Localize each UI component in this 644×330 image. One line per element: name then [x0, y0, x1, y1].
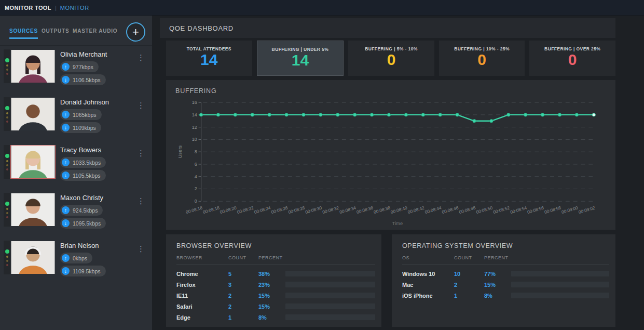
svg-text:00:08:36: 00:08:36: [356, 205, 374, 215]
avatar: [10, 49, 56, 83]
os-overview-title: OPERATING SYSTEM OVERVIEW: [402, 242, 611, 249]
upload-bitrate-badge: ↑1033.5kbps: [60, 157, 106, 168]
percent-bar: [511, 282, 609, 287]
svg-text:00:08:30: 00:08:30: [305, 205, 323, 215]
table-header: BROWSERCOUNTPERCENT: [176, 255, 375, 265]
table-row: iOS iPhone18%: [402, 290, 609, 301]
chart-title: BUFFERING: [175, 87, 610, 95]
kebab-menu-icon[interactable]: ⋮: [137, 245, 145, 254]
percent-bar: [285, 282, 375, 287]
stat-card-total-attendees[interactable]: TOTAL ATTENDEES 14: [166, 41, 252, 76]
top-bar: MONITOR TOOL | MONITOR: [0, 0, 644, 16]
sources-list: Olivia Merchant ↑977kbps ↓1106.5kbps ⋮ D…: [0, 46, 152, 279]
table-row: Firefox323%: [176, 279, 375, 290]
download-bitrate-badge: ↓1105.5kbps: [60, 170, 106, 181]
svg-text:00:08:44: 00:08:44: [424, 205, 442, 215]
app-title: MONITOR TOOL: [5, 5, 51, 11]
buffering-line-chart: 024681012141600:08:1600:08:1800:08:2000:…: [175, 96, 610, 230]
browser-overview-panel: BROWSER OVERVIEW BROWSERCOUNTPERCENT Chr…: [166, 234, 381, 327]
svg-text:00:08:40: 00:08:40: [390, 205, 408, 215]
stat-card-buffering-5-10[interactable]: BUFFERING | 5% - 10% 0: [348, 41, 434, 76]
percent-bar: [285, 314, 375, 320]
avatar: [10, 145, 56, 179]
svg-text:00:08:48: 00:08:48: [458, 205, 476, 215]
svg-text:00:08:38: 00:08:38: [373, 205, 391, 215]
svg-text:6: 6: [195, 162, 197, 167]
stat-value: 0: [477, 52, 486, 68]
title-separator: |: [55, 5, 57, 11]
svg-text:00:08:18: 00:08:18: [202, 205, 221, 215]
avatar: [10, 193, 56, 227]
stat-cards-row: TOTAL ATTENDEES 14 BUFFERING | UNDER 5% …: [166, 41, 615, 76]
download-bitrate-badge: ↓1109kbps: [60, 122, 101, 133]
sidebar-tabs: SOURCES OUTPUTS MASTER AUDIO +: [0, 16, 152, 46]
stat-value: 0: [568, 52, 577, 68]
browser-overview-title: BROWSER OVERVIEW: [176, 242, 377, 249]
svg-text:2: 2: [195, 186, 197, 191]
list-item-source[interactable]: Maxon Christy ↑924.5kbps ↓1095.5kbps ⋮: [4, 193, 152, 231]
audio-level-meter: [4, 97, 10, 131]
svg-text:00:08:22: 00:08:22: [237, 205, 255, 215]
upload-icon: ↑: [62, 63, 70, 71]
audio-level-meter: [4, 49, 10, 83]
table-row: IE11215%: [176, 290, 375, 301]
stat-card-buffering-over-25[interactable]: BUFFERING | OVER 25% 0: [529, 41, 615, 76]
main-content: QOE DASHBOARD TOTAL ATTENDEES 14 BUFFERI…: [152, 16, 644, 330]
download-icon: ↓: [62, 171, 70, 179]
tab-outputs[interactable]: OUTPUTS: [42, 28, 69, 34]
svg-text:00:09:00: 00:09:00: [561, 205, 579, 215]
audio-level-meter: [4, 145, 10, 179]
svg-text:Users: Users: [177, 146, 183, 159]
upload-icon: ↑: [62, 111, 70, 118]
tab-sources[interactable]: SOURCES: [9, 28, 38, 39]
download-bitrate-badge: ↓1095.5kbps: [60, 218, 106, 229]
svg-text:00:08:54: 00:08:54: [510, 205, 528, 215]
stat-value: 14: [292, 52, 309, 68]
stat-value: 0: [387, 52, 396, 68]
upload-bitrate-badge: ↑977kbps: [60, 61, 99, 72]
upload-icon: ↑: [62, 206, 70, 214]
percent-bar: [511, 271, 609, 276]
svg-text:10: 10: [192, 137, 197, 142]
list-item-source[interactable]: Tracy Bowers ↑1033.5kbps ↓1105.5kbps ⋮: [4, 145, 152, 183]
source-name: Olivia Merchant: [60, 50, 107, 58]
download-icon: ↓: [62, 219, 70, 227]
stat-card-buffering-10-25[interactable]: BUFFERING | 10% - 25% 0: [439, 41, 525, 76]
source-name: Donald Johnson: [60, 98, 109, 106]
page-title: QOE DASHBOARD: [169, 24, 234, 32]
page-header: QOE DASHBOARD: [160, 18, 615, 38]
download-icon: ↓: [62, 267, 70, 275]
stat-value: 14: [200, 52, 217, 68]
svg-text:00:08:24: 00:08:24: [253, 205, 271, 215]
svg-text:00:08:42: 00:08:42: [407, 205, 426, 215]
svg-text:16: 16: [192, 100, 197, 105]
table-header: OSCOUNTPERCENT: [402, 255, 609, 265]
kebab-menu-icon[interactable]: ⋮: [137, 54, 145, 62]
kebab-menu-icon[interactable]: ⋮: [137, 149, 145, 158]
table-row: Safari215%: [176, 301, 375, 312]
list-item-source[interactable]: Brian Nelson ↑0kbps ↓1109.5kbps ⋮: [4, 241, 152, 279]
table-row: Chrome538%: [176, 268, 375, 279]
download-bitrate-badge: ↓1109.5kbps: [60, 266, 106, 276]
svg-text:00:08:20: 00:08:20: [220, 205, 238, 215]
tab-master-audio[interactable]: MASTER AUDIO: [73, 28, 117, 34]
kebab-menu-icon[interactable]: ⋮: [137, 101, 145, 110]
download-icon: ↓: [62, 76, 70, 84]
table-row: Windows 101077%: [402, 268, 609, 279]
upload-icon: ↑: [62, 159, 70, 166]
list-item-source[interactable]: Donald Johnson ↑1065kbps ↓1109kbps ⋮: [4, 97, 152, 135]
svg-text:4: 4: [195, 174, 197, 179]
stat-card-buffering-under-5[interactable]: BUFFERING | UNDER 5% 14: [257, 41, 344, 76]
audio-level-meter: [4, 193, 10, 227]
table-row: Edge18%: [176, 312, 375, 323]
table-row: Mac215%: [402, 279, 609, 290]
add-source-button[interactable]: +: [126, 22, 145, 42]
list-item-source[interactable]: Olivia Merchant ↑977kbps ↓1106.5kbps ⋮: [4, 49, 152, 87]
upload-bitrate-badge: ↑0kbps: [60, 253, 92, 263]
svg-text:00:09:02: 00:09:02: [578, 205, 596, 215]
avatar: [10, 241, 56, 274]
nav-monitor-link[interactable]: MONITOR: [60, 5, 89, 11]
kebab-menu-icon[interactable]: ⋮: [137, 197, 145, 206]
svg-text:00:08:34: 00:08:34: [339, 205, 357, 215]
svg-text:12: 12: [192, 125, 197, 130]
